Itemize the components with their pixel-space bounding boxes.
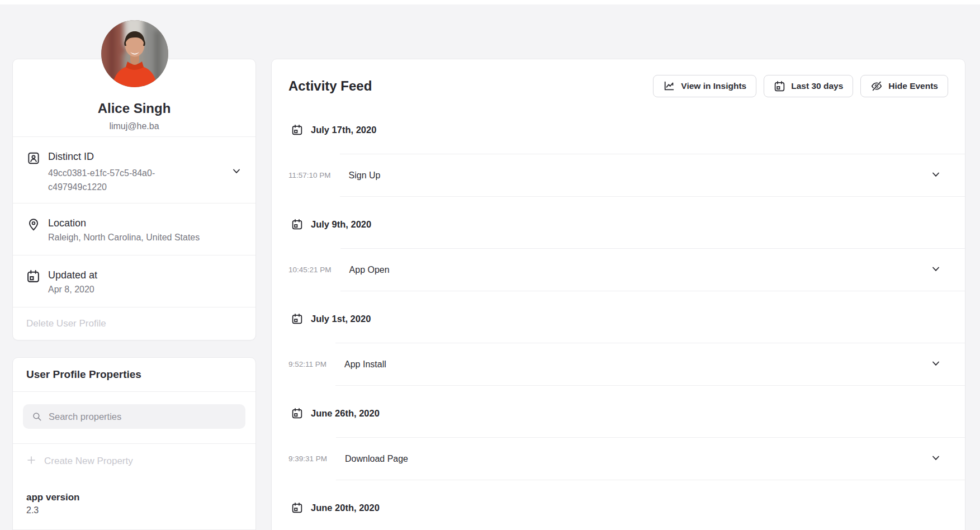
distinct-id-row: Distinct ID 49cc0381-e1fc-57c5-84a0-c497… bbox=[13, 136, 255, 203]
event-time: 10:45:21 PM bbox=[288, 248, 340, 291]
event-expand-chevron-down-icon[interactable] bbox=[930, 263, 941, 277]
event-row[interactable]: 11:57:10 PM Sign Up bbox=[288, 154, 965, 197]
feed-date-header: July 17th, 2020 bbox=[291, 124, 965, 136]
distinct-id-label: Distinct ID bbox=[48, 150, 231, 163]
plus-icon bbox=[26, 455, 36, 467]
view-in-insights-label: View in Insights bbox=[681, 81, 746, 91]
feed-group: July 1st, 2020 9:52:11 PM App Install bbox=[272, 313, 965, 386]
updated-at-value: Apr 8, 2020 bbox=[48, 283, 242, 296]
page-top-strip bbox=[0, 0, 980, 4]
user-profile-properties-card: User Profile Properties Create New Prope… bbox=[12, 357, 256, 530]
feed-group: June 26th, 2020 9:39:31 PM Download Page bbox=[272, 407, 965, 480]
feed-group: June 20th, 2020 bbox=[272, 501, 965, 530]
feed-group: July 9th, 2020 10:45:21 PM App Open bbox=[272, 218, 965, 291]
feed-group: July 17th, 2020 11:57:10 PM Sign Up bbox=[272, 124, 965, 197]
feed-date-label: June 26th, 2020 bbox=[311, 407, 380, 419]
calendar-icon bbox=[291, 313, 303, 325]
event-name: Download Page bbox=[345, 454, 930, 464]
feed-date-label: July 9th, 2020 bbox=[311, 218, 371, 230]
event-name: App Install bbox=[344, 359, 930, 370]
activity-feed-title: Activity Feed bbox=[288, 78, 372, 94]
line-chart-icon bbox=[663, 80, 675, 92]
event-time: 9:39:31 PM bbox=[288, 437, 336, 480]
search-properties-input[interactable] bbox=[49, 411, 236, 422]
property-row-app-version[interactable]: app version 2.3 bbox=[13, 479, 255, 529]
profile-email: limuj@he.ba bbox=[26, 121, 242, 132]
date-range-button[interactable]: Last 30 days bbox=[764, 75, 853, 97]
property-value: 2.3 bbox=[26, 504, 242, 516]
feed-date-header: July 1st, 2020 bbox=[291, 313, 965, 325]
activity-feed-header: Activity Feed View in Insights Last 30 d… bbox=[272, 59, 965, 97]
event-row[interactable]: 9:52:11 PM App Install bbox=[288, 343, 965, 386]
event-feed: July 17th, 2020 11:57:10 PM Sign Up July… bbox=[272, 124, 965, 530]
event-name: Sign Up bbox=[349, 171, 930, 181]
user-avatar bbox=[101, 20, 168, 87]
date-range-label: Last 30 days bbox=[791, 81, 843, 91]
activity-feed-card: Activity Feed View in Insights Last 30 d… bbox=[271, 59, 965, 530]
event-expand-chevron-down-icon[interactable] bbox=[930, 358, 941, 371]
hide-events-button[interactable]: Hide Events bbox=[860, 75, 948, 97]
calendar-icon bbox=[291, 408, 303, 419]
create-new-property-button[interactable]: Create New Property bbox=[13, 443, 255, 479]
event-expand-chevron-down-icon[interactable] bbox=[930, 452, 941, 466]
feed-date-label: July 17th, 2020 bbox=[311, 124, 376, 136]
delete-profile-row: Delete User Profile bbox=[13, 307, 255, 340]
updated-at-label: Updated at bbox=[48, 269, 242, 281]
event-row[interactable]: 9:39:31 PM Download Page bbox=[288, 437, 965, 480]
calendar-icon bbox=[291, 502, 303, 514]
properties-panel-title: User Profile Properties bbox=[26, 368, 242, 381]
feed-date-header: July 9th, 2020 bbox=[291, 218, 965, 230]
location-pin-icon bbox=[26, 217, 41, 244]
feed-date-header: June 26th, 2020 bbox=[291, 407, 965, 419]
updated-at-row: Updated at Apr 8, 2020 bbox=[13, 255, 255, 307]
hide-events-label: Hide Events bbox=[888, 81, 938, 91]
event-row[interactable]: 10:45:21 PM App Open bbox=[288, 248, 965, 291]
property-name: app version bbox=[26, 492, 242, 503]
view-in-insights-button[interactable]: View in Insights bbox=[653, 75, 756, 97]
feed-date-label: July 1st, 2020 bbox=[311, 313, 371, 325]
distinct-id-chevron-down-icon[interactable] bbox=[231, 165, 242, 179]
feed-date-label: June 20th, 2020 bbox=[311, 501, 380, 514]
location-label: Location bbox=[48, 217, 242, 229]
calendar-icon bbox=[291, 219, 303, 230]
location-row: Location Raleigh, North Carolina, United… bbox=[13, 203, 255, 255]
profile-name: Alice Singh bbox=[26, 101, 242, 116]
event-expand-chevron-down-icon[interactable] bbox=[930, 169, 941, 182]
search-icon bbox=[32, 411, 42, 422]
event-name: App Open bbox=[349, 265, 930, 275]
delete-user-profile-button[interactable]: Delete User Profile bbox=[26, 318, 106, 329]
calendar-icon bbox=[774, 81, 785, 92]
calendar-icon bbox=[26, 269, 41, 296]
calendar-icon bbox=[291, 124, 303, 136]
profile-sidebar: Alice Singh limuj@he.ba Distinct ID 49cc… bbox=[12, 59, 256, 530]
user-profile-card: Alice Singh limuj@he.ba Distinct ID 49cc… bbox=[12, 59, 256, 340]
eye-slash-icon bbox=[870, 80, 883, 92]
event-time: 9:52:11 PM bbox=[288, 343, 335, 386]
feed-date-header: June 20th, 2020 bbox=[291, 501, 965, 514]
id-badge-icon bbox=[26, 150, 41, 194]
create-new-property-label: Create New Property bbox=[44, 456, 133, 467]
search-properties-box bbox=[23, 404, 245, 429]
distinct-id-value: 49cc0381-e1fc-57c5-84a0-c497949c1220 bbox=[48, 166, 187, 194]
event-time: 11:57:10 PM bbox=[288, 154, 340, 197]
avatar-photo-placeholder bbox=[101, 20, 168, 87]
location-value: Raleigh, North Carolina, United States bbox=[48, 231, 242, 244]
